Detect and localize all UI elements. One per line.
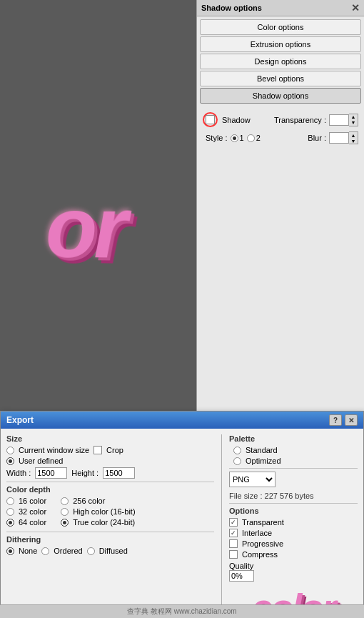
design-options-btn[interactable]: Design options <box>200 54 361 69</box>
color-depth-col1: 16 color 32 color 64 color <box>6 497 46 529</box>
color-16-label: 16 color <box>19 497 46 505</box>
color-true-radio[interactable] <box>61 519 69 527</box>
palette-standard-row: Standard <box>233 446 358 454</box>
current-window-radio[interactable] <box>6 447 14 454</box>
transparent-label: Transparent <box>242 518 284 527</box>
color-32-row: 32 color <box>6 507 46 516</box>
style-row: Style : 1 2 Blur : ▲ ▼ <box>203 131 358 144</box>
shadow-checkbox-wrapper <box>203 112 218 127</box>
watermark: 查字典 教程网 www.chazidian.com <box>0 604 364 618</box>
blur-up[interactable]: ▲ <box>349 132 358 138</box>
color-depth-header: Color depth <box>6 485 214 494</box>
blur-down[interactable]: ▼ <box>349 138 358 144</box>
dither-diffused-radio[interactable] <box>87 547 95 555</box>
color-256-row: 256 color <box>61 497 135 505</box>
style-2-radio[interactable]: 2 <box>247 134 261 142</box>
width-label: Width : <box>6 469 31 477</box>
progressive-checkbox[interactable] <box>229 539 238 548</box>
dialog-titlebar: Export ? ✕ <box>1 412 363 429</box>
user-defined-radio[interactable] <box>6 457 14 465</box>
color-16-row: 16 color <box>6 497 46 505</box>
transparency-input[interactable] <box>329 114 349 126</box>
extrusion-options-btn[interactable]: Extrusion options <box>200 36 361 52</box>
style-2-radio-btn[interactable] <box>247 134 255 142</box>
dialog-help-btn[interactable]: ? <box>329 414 342 426</box>
panel-close-btn[interactable]: ✕ <box>351 2 360 14</box>
dither-ordered-label: Ordered <box>54 547 82 555</box>
panel-title: Shadow options <box>201 4 262 12</box>
dither-none-radio[interactable] <box>6 547 14 555</box>
shadow-options-content: Shadow Transparency : ▲ ▼ Style : 1 <box>197 106 364 150</box>
canvas-3d-text: or <box>46 176 124 276</box>
panel-titlebar: Shadow options ✕ <box>197 0 364 16</box>
color-true-row: True color (24-bit) <box>61 518 135 527</box>
palette-optimized-label: Optimized <box>246 457 281 465</box>
compress-label: Compress <box>242 550 278 559</box>
palette-radios: Standard Optimized <box>229 446 358 465</box>
blur-input[interactable] <box>329 132 349 144</box>
transparent-checkbox[interactable] <box>229 518 238 527</box>
style-1-radio[interactable]: 1 <box>231 134 244 142</box>
blur-section: Blur : ▲ ▼ <box>308 131 358 144</box>
user-defined-label: User defined <box>19 457 63 465</box>
dithering-header: Dithering <box>6 535 214 544</box>
color-64-row: 64 color <box>6 518 46 527</box>
user-defined-row: User defined <box>6 457 214 465</box>
style-1-radio-btn[interactable] <box>231 134 238 142</box>
interlace-row: Interlace <box>229 529 358 537</box>
quality-label: Quality <box>229 562 253 570</box>
color-16-radio[interactable] <box>6 497 14 505</box>
compress-row: Compress <box>229 550 358 559</box>
palette-standard-radio[interactable] <box>233 447 241 454</box>
quality-row: Quality <box>229 562 358 570</box>
dialog-left: Size Current window size Crop User defin… <box>6 434 214 618</box>
dither-diffused-label: Diffused <box>99 547 128 555</box>
dialog-title: Export <box>6 415 34 425</box>
dithering-row: None Ordered Diffused <box>6 547 214 555</box>
filesize-text: File size : 227 576 bytes <box>229 492 358 500</box>
quality-input-row <box>229 570 358 582</box>
height-input[interactable]: 1500 <box>103 467 135 479</box>
transparency-down[interactable]: ▼ <box>349 120 358 126</box>
width-input[interactable]: 1500 <box>35 467 67 479</box>
color-options-btn[interactable]: Color options <box>200 19 361 35</box>
progressive-label: Progressive <box>242 539 283 548</box>
quality-input[interactable] <box>229 570 254 582</box>
blur-arrows: ▲ ▼ <box>349 131 358 144</box>
shadow-options-btn[interactable]: Shadow options <box>200 88 361 104</box>
options-header: Options <box>229 507 358 515</box>
color-high-radio[interactable] <box>61 508 69 516</box>
transparency-up[interactable]: ▲ <box>349 114 358 120</box>
dither-none-label: None <box>19 547 37 555</box>
color-high-label: High color (16-bit) <box>73 507 135 516</box>
canvas-content: or <box>0 0 196 411</box>
color-256-label: 256 color <box>73 497 105 505</box>
palette-header: Palette <box>229 434 358 443</box>
palette-optimized-row: Optimized <box>233 457 358 465</box>
dialog-divider <box>221 434 222 618</box>
style-1-label: 1 <box>240 134 244 142</box>
interlace-checkbox[interactable] <box>229 529 238 537</box>
style-label: Style : <box>206 134 228 142</box>
format-select[interactable]: PNG JPEG BMP GIF <box>229 472 275 487</box>
color-256-radio[interactable] <box>61 497 69 505</box>
export-dialog: Export ? ✕ Size Current window size Crop… <box>0 411 364 618</box>
transparency-label: Transparency : <box>274 116 326 124</box>
dither-ordered-radio[interactable] <box>41 547 49 555</box>
bevel-options-btn[interactable]: Bevel options <box>200 71 361 86</box>
shadow-checkbox[interactable] <box>206 115 215 124</box>
color-true-label: True color (24-bit) <box>73 518 135 527</box>
color-64-radio[interactable] <box>6 519 14 527</box>
color-high-row: High color (16-bit) <box>61 507 135 516</box>
compress-checkbox[interactable] <box>229 550 238 559</box>
editor-canvas: or <box>0 0 196 411</box>
progressive-row: Progressive <box>229 539 358 548</box>
color-32-radio[interactable] <box>6 508 14 516</box>
dialog-close-btn[interactable]: ✕ <box>345 414 358 426</box>
dimensions-row: Width : 1500 Height : 1500 <box>6 467 214 479</box>
blur-spinner[interactable]: ▲ ▼ <box>329 131 358 144</box>
dialog-body: Size Current window size Crop User defin… <box>1 429 363 618</box>
transparency-spinner[interactable]: ▲ ▼ <box>329 114 358 126</box>
crop-checkbox[interactable] <box>93 446 102 454</box>
palette-optimized-radio[interactable] <box>233 457 241 465</box>
